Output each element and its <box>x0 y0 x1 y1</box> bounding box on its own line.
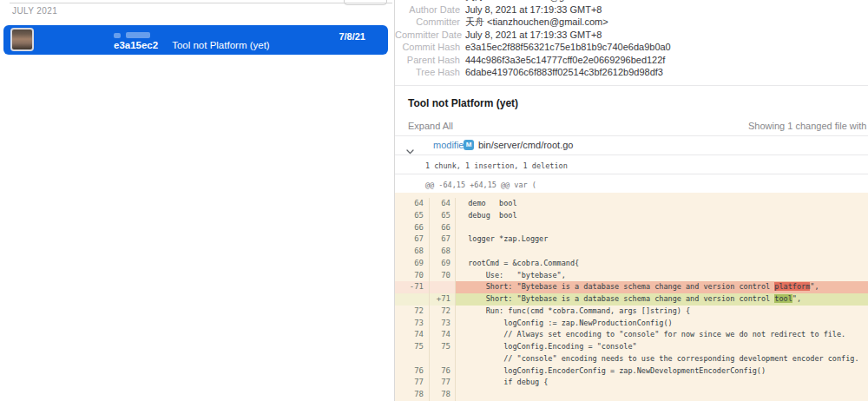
old-line-number: 65 <box>395 210 430 222</box>
old-line-number: 68 <box>395 246 430 258</box>
new-line-number <box>430 353 456 365</box>
old-line-number <box>395 293 430 306</box>
metadata-row: Committer DateJuly 8, 2021 at 17:19:33 G… <box>395 29 868 42</box>
diff-row: 7878 <box>395 389 868 401</box>
metadata-value: July 8, 2021 at 17:19:33 GMT+8 <box>465 29 602 42</box>
metadata-label: Committer Date <box>395 29 460 42</box>
diff-row: -71 Short: "Bytebase is a database schem… <box>395 281 868 293</box>
new-line-number <box>430 281 456 293</box>
diff-view[interactable]: 6464 demo bool6565 debug bool66666767 lo… <box>395 193 868 401</box>
commit-list-item-selected[interactable]: e3a15ec2 Tool not Platform (yet) 7/8/21 <box>3 25 388 55</box>
file-path: bin/server/cmd/root.go <box>478 140 573 150</box>
chevron-down-icon[interactable] <box>406 142 414 158</box>
code-line: demo bool <box>456 198 868 210</box>
changed-file-header[interactable]: modified M bin/server/cmd/root.go <box>395 136 868 154</box>
new-line-number: +71 <box>430 293 456 306</box>
code-line: Run: func(cmd *cobra.Command, args []str… <box>456 306 868 318</box>
old-line-number: 72 <box>395 306 430 318</box>
code-line <box>456 222 868 234</box>
divider <box>395 154 868 155</box>
diff-row: 7575 logConfig.Encoding = "console" <box>395 341 868 353</box>
diff-row: 7474 // Always set encoding to "console"… <box>395 329 868 341</box>
metadata-value: 444c986f3a3e5c14777cff0e2e0669296bed122f <box>465 54 665 67</box>
commit-group-header: JULY 2021 <box>12 6 57 16</box>
metadata-label: Parent Hash <box>395 54 460 67</box>
section-divider <box>10 3 392 3</box>
old-line-number: 78 <box>395 389 430 401</box>
metadata-row: Author DateJuly 8, 2021 at 17:19:33 GMT+… <box>395 3 868 16</box>
word-diff-highlight: tool <box>774 294 792 303</box>
metadata-label: Committer <box>395 16 460 29</box>
new-line-number: 69 <box>430 258 456 270</box>
metadata-list: Author天舟 <tianzhouchen@gmail.com>Author … <box>395 0 868 79</box>
code-line: logger *zap.Logger <box>456 233 868 246</box>
diff-row: 6666 <box>395 222 868 234</box>
code-line: debug bool <box>456 210 868 222</box>
old-line-number: 75 <box>395 341 430 353</box>
diff-row: 6969 rootCmd = &cobra.Command{ <box>395 258 868 270</box>
diff-row: 6868 <box>395 246 868 258</box>
hunk-header: @@ -64,15 +64,15 @@ var ( <box>425 181 536 189</box>
modified-badge-icon: M <box>464 140 474 150</box>
metadata-value: 天舟 <tianzhouchen@gmail.com> <box>465 16 608 29</box>
diff-row: 7272 Run: func(cmd *cobra.Command, args … <box>395 306 868 318</box>
metadata-row: Committer天舟 <tianzhouchen@gmail.com> <box>395 16 868 29</box>
code-line: Short: "Bytebase is a database schema ch… <box>456 293 868 306</box>
metadata-row: Tree Hash6dabe419706c6f883ff02514c3bf261… <box>395 66 868 79</box>
diff-row: // "console" encoding needs to use the c… <box>395 353 868 365</box>
new-line-number: 76 <box>430 365 456 378</box>
new-line-number: 68 <box>430 246 456 258</box>
commit-date: 7/8/21 <box>339 31 365 42</box>
diff-row: 6767 logger *zap.Logger <box>395 233 868 246</box>
new-line-number: 73 <box>430 318 456 330</box>
old-line-number: 77 <box>395 377 430 389</box>
code-line: rootCmd = &cobra.Command{ <box>456 258 868 270</box>
commit-short-hash: e3a15ec2 <box>114 40 158 50</box>
divider <box>395 174 868 174</box>
code-line: logConfig.Encoding = "console" <box>456 341 868 353</box>
diff-row: 6464 demo bool <box>395 198 868 210</box>
commit-message: Tool not Platform (yet) <box>172 40 269 50</box>
commit-message-title: Tool not Platform (yet) <box>408 97 518 109</box>
code-line: // "console" encoding needs to use the c… <box>456 353 868 365</box>
metadata-value: e3a15ec2f88f56321c75e1b81b9c740e6da9b0a0 <box>465 41 671 54</box>
metadata-label: Author Date <box>395 3 460 16</box>
new-line-number: 65 <box>430 210 456 222</box>
metadata-label: Commit Hash <box>395 41 460 54</box>
author-name-redacted <box>114 33 121 38</box>
divider <box>395 85 868 86</box>
new-line-number: 67 <box>430 233 456 246</box>
expand-all-button[interactable]: Expand All <box>408 121 453 131</box>
diff-row: 6565 debug bool <box>395 210 868 222</box>
new-line-number: 70 <box>430 270 456 282</box>
code-line: // Always set encoding to "console" for … <box>456 329 868 341</box>
code-line <box>456 389 868 401</box>
code-line: logConfig := zap.NewProductionConfig() <box>456 318 868 330</box>
new-line-number: 77 <box>430 377 456 389</box>
old-line-number: 70 <box>395 270 430 282</box>
new-line-number: 78 <box>430 389 456 401</box>
diff-row: 7070 Use: "bytebase", <box>395 270 868 282</box>
code-line <box>456 246 868 258</box>
code-line: if debug { <box>456 377 868 389</box>
old-line-number: 74 <box>395 329 430 341</box>
code-line: Use: "bytebase", <box>456 270 868 282</box>
new-line-number: 66 <box>430 222 456 234</box>
word-diff-highlight: platform <box>774 282 810 291</box>
new-line-number: 75 <box>430 341 456 353</box>
diff-row: +71 Short: "Bytebase is a database schem… <box>395 293 868 306</box>
author-name-redacted <box>126 32 150 38</box>
changed-files-summary: Showing 1 changed file with 1 addition a… <box>748 121 868 131</box>
commit-detail-panel: Author天舟 <tianzhouchen@gmail.com>Author … <box>395 0 868 401</box>
old-line-number: 66 <box>395 222 430 234</box>
code-line: Short: "Bytebase is a database schema ch… <box>456 281 868 293</box>
old-line-number: 73 <box>395 318 430 330</box>
commit-list-panel: JULY 2021 e3a15ec2 Tool not Platform (ye… <box>0 0 395 401</box>
old-line-number: 76 <box>395 365 430 378</box>
old-line-number: -71 <box>395 281 430 293</box>
new-line-number: 72 <box>430 306 456 318</box>
code-line: logConfig.EncoderConfig = zap.NewDevelop… <box>456 365 868 378</box>
metadata-value: July 8, 2021 at 17:19:33 GMT+8 <box>465 3 602 16</box>
diff-row: 7777 if debug { <box>395 377 868 389</box>
metadata-value: 6dabe419706c6f883ff02514c3bf2612b9d98df3 <box>465 66 663 79</box>
